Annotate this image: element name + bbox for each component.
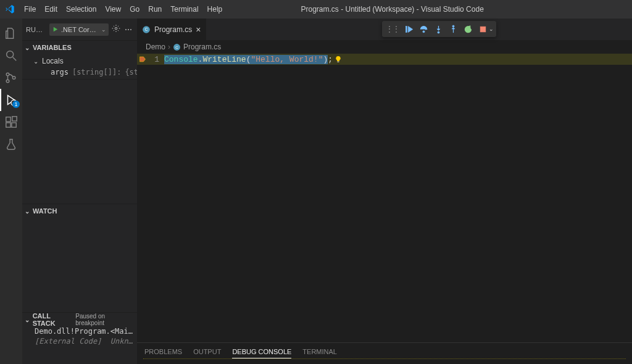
more-icon[interactable]: ⋯ xyxy=(123,25,133,34)
stop-button[interactable] xyxy=(476,22,489,36)
svg-rect-22 xyxy=(338,62,339,63)
svg-rect-9 xyxy=(12,117,17,121)
svg-rect-19 xyxy=(480,27,486,32)
callstack-title: CALL STACK xyxy=(33,312,74,327)
chevron-down-icon: ⌄ xyxy=(101,27,106,33)
paused-label: Paused on breakpoint xyxy=(75,313,133,326)
tab-terminal[interactable]: TERMINAL xyxy=(302,345,337,358)
svg-point-10 xyxy=(115,27,117,30)
tab-filename: Program.cs xyxy=(154,25,192,34)
watch-title: WATCH xyxy=(33,207,57,215)
svg-point-3 xyxy=(6,80,9,83)
editor-tab[interactable]: C Program.cs × xyxy=(137,19,207,40)
continue-button[interactable] xyxy=(402,22,415,36)
breadcrumb-separator: › xyxy=(168,43,170,51)
variables-title: VARIABLES xyxy=(33,44,72,51)
line-number: 1 xyxy=(148,55,164,64)
svg-rect-8 xyxy=(12,123,16,127)
menu-file[interactable]: File xyxy=(20,0,40,19)
extensions-icon[interactable] xyxy=(0,111,22,133)
code-editor[interactable]: 1 Console.WriteLine("Hello, World!"); xyxy=(137,54,632,342)
variables-section: ⌄ VARIABLES ⌄ Locals args [string[]]: {s… xyxy=(22,40,137,79)
menu-edit[interactable]: Edit xyxy=(40,0,62,19)
variable-name: args xyxy=(51,68,69,77)
menu-selection[interactable]: Selection xyxy=(62,0,101,19)
tab-problems[interactable]: PROBLEMS xyxy=(144,345,182,358)
external-code-label: [External Code] xyxy=(35,337,101,345)
debug-toolbar: ⋮⋮ ⌄ xyxy=(382,21,496,37)
panel-divider xyxy=(143,358,626,360)
svg-rect-6 xyxy=(6,117,10,122)
stack-frame-external[interactable]: [External Code] Unknown Sou… xyxy=(22,336,137,346)
svg-point-0 xyxy=(7,51,14,58)
menu-go[interactable]: Go xyxy=(125,0,144,19)
run-header: RUN … .NET Core Lau ⌄ ⋯ xyxy=(22,19,137,40)
chevron-down-icon: ⌄ xyxy=(25,44,31,51)
tab-output[interactable]: OUTPUT xyxy=(193,345,221,358)
csharp-file-icon: C xyxy=(173,43,181,51)
menu-help[interactable]: Help xyxy=(203,0,227,19)
editor-area: C Program.cs × ⋮⋮ xyxy=(137,19,632,364)
variable-row[interactable]: args [string[]]: {string[0]} xyxy=(33,67,137,78)
testing-icon[interactable] xyxy=(0,133,22,155)
svg-text:C: C xyxy=(175,45,178,49)
restart-button[interactable] xyxy=(461,22,475,36)
csharp-file-icon: C xyxy=(142,25,151,34)
debug-badge: 1 xyxy=(12,101,20,108)
external-code-source: Unknown Sou… xyxy=(110,337,137,345)
title-bar: File Edit Selection View Go Run Terminal… xyxy=(0,0,632,19)
window-title: Program.cs - Untitled (Workspace) - Visu… xyxy=(227,5,632,14)
callstack-header[interactable]: ⌄ CALL STACK Paused on breakpoint xyxy=(22,313,137,326)
variables-spacer xyxy=(22,79,137,204)
variables-scope[interactable]: ⌄ Locals xyxy=(33,56,137,67)
menu-view[interactable]: View xyxy=(101,0,125,19)
callstack-section: ⌄ CALL STACK Paused on breakpoint Demo.d… xyxy=(22,312,137,364)
svg-rect-7 xyxy=(6,123,10,127)
chevron-down-icon: ⌄ xyxy=(25,316,31,323)
search-icon[interactable] xyxy=(0,44,22,67)
bottom-panel: PROBLEMS OUTPUT DEBUG CONSOLE TERMINAL xyxy=(137,342,632,364)
svg-point-2 xyxy=(6,73,9,76)
stack-frame[interactable]: Demo.dll!Program.<Main>$(string[ xyxy=(22,326,137,336)
activity-bar: 1 xyxy=(0,19,22,364)
step-over-button[interactable] xyxy=(417,22,430,36)
play-icon xyxy=(52,26,59,33)
breakpoint-current-icon[interactable] xyxy=(137,56,148,63)
breadcrumb[interactable]: Demo › C Program.cs xyxy=(137,40,632,54)
gear-icon[interactable] xyxy=(111,24,121,35)
debug-config-selector[interactable]: .NET Core Lau ⌄ xyxy=(49,23,109,36)
drag-handle-icon[interactable]: ⋮⋮ xyxy=(385,25,401,33)
step-into-button[interactable] xyxy=(431,22,445,36)
vscode-logo-icon xyxy=(5,4,15,14)
svg-line-1 xyxy=(13,57,17,61)
step-out-button[interactable] xyxy=(446,22,460,36)
run-debug-icon[interactable]: 1 xyxy=(0,89,22,111)
svg-point-14 xyxy=(422,30,424,32)
lightbulb-icon[interactable] xyxy=(334,55,343,64)
svg-point-18 xyxy=(452,25,454,27)
variable-type: [string[]]: xyxy=(72,68,121,77)
run-label: RUN … xyxy=(26,26,47,33)
menu-bar: File Edit Selection View Go Run Terminal… xyxy=(20,0,227,19)
breadcrumb-file[interactable]: Program.cs xyxy=(183,43,221,51)
source-control-icon[interactable] xyxy=(0,67,22,89)
svg-point-4 xyxy=(12,77,15,80)
code-line[interactable]: 1 Console.WriteLine("Hello, World!"); xyxy=(137,54,632,65)
svg-rect-13 xyxy=(405,26,407,32)
watch-section: ⌄ WATCH xyxy=(22,204,137,312)
explorer-icon[interactable] xyxy=(0,22,22,44)
debug-sidebar: RUN … .NET Core Lau ⌄ ⋯ ⌄ VARIABLES ⌄ xyxy=(22,19,137,364)
menu-terminal[interactable]: Terminal xyxy=(166,0,202,19)
menu-run[interactable]: Run xyxy=(144,0,166,19)
tab-debug-console[interactable]: DEBUG CONSOLE xyxy=(232,345,291,358)
tab-row: C Program.cs × ⋮⋮ xyxy=(137,19,632,40)
watch-header[interactable]: ⌄ WATCH xyxy=(22,204,137,218)
variables-header[interactable]: ⌄ VARIABLES xyxy=(22,41,137,54)
breadcrumb-folder[interactable]: Demo xyxy=(146,43,165,51)
close-icon[interactable]: × xyxy=(196,25,201,35)
chevron-down-icon: ⌄ xyxy=(33,58,40,65)
chevron-down-icon[interactable]: ⌄ xyxy=(489,26,494,32)
panel-tabs: PROBLEMS OUTPUT DEBUG CONSOLE TERMINAL xyxy=(137,343,632,358)
chevron-down-icon: ⌄ xyxy=(25,208,31,215)
svg-point-16 xyxy=(437,31,439,33)
